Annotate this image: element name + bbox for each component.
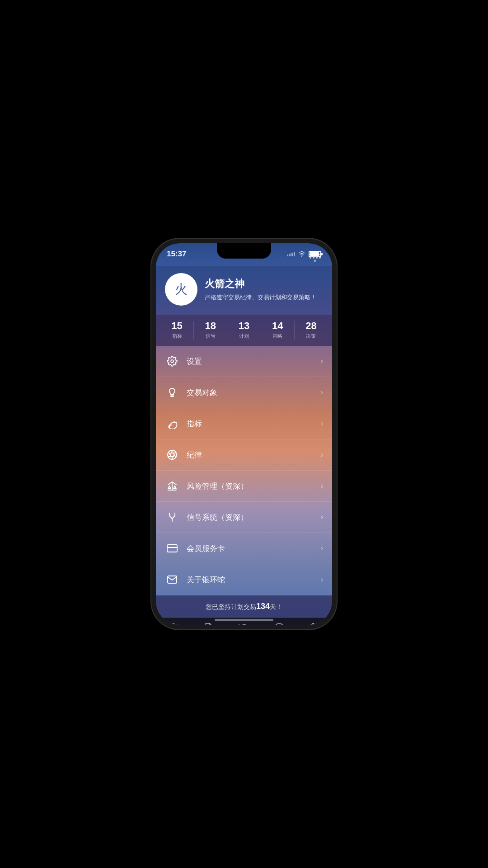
menu-icon-settings	[165, 354, 179, 368]
stat-item-决策: 28 决策	[295, 321, 328, 340]
tab-icon-decision	[274, 623, 285, 625]
menu-icon-trading-objects	[165, 385, 179, 400]
chevron-right-icon: ›	[321, 388, 323, 396]
persistence-banner: 您已坚持计划交易134天！	[156, 595, 332, 618]
profile-info: 火箭之神 严格遵守交易纪律、交易计划和交易策略！	[205, 277, 316, 302]
chevron-right-icon: ›	[321, 576, 323, 584]
stat-label: 信号	[206, 333, 216, 340]
phone-screen: 15:37	[156, 243, 332, 625]
status-time: 15:37	[167, 250, 186, 259]
stat-item-策略: 14 策略	[261, 321, 295, 340]
svg-point-14	[311, 624, 315, 625]
menu-item-signal-system[interactable]: 信号系统（资深） ›	[156, 502, 332, 533]
tab-icon-home	[168, 623, 179, 625]
menu-item-settings[interactable]: 设置 ›	[156, 346, 332, 377]
tab-item-home[interactable]: 主页	[156, 623, 191, 625]
menu-item-indicators[interactable]: 指标 ›	[156, 408, 332, 439]
profile-name: 火箭之神	[205, 277, 316, 291]
menu-label-signal-system: 信号系统（资深）	[187, 512, 321, 523]
svg-point-1	[171, 360, 174, 363]
home-indicator	[215, 619, 273, 621]
tab-icon-plan	[203, 623, 214, 625]
svg-point-12	[275, 623, 284, 625]
tab-item-strategy[interactable]: 策略	[226, 623, 262, 625]
menu-label-risk-management: 风险管理（资深）	[187, 481, 321, 491]
svg-point-0	[301, 256, 302, 256]
avatar-char: 火	[175, 281, 188, 298]
stat-item-指标: 15 指标	[160, 321, 194, 340]
menu-label-discipline: 纪律	[187, 450, 321, 460]
persistence-days: 134	[256, 602, 270, 611]
menu-icon-about	[165, 572, 179, 587]
menu-label-indicators: 指标	[187, 419, 321, 429]
stat-number: 28	[305, 321, 316, 331]
profile-description: 严格遵守交易纪律、交易计划和交易策略！	[205, 293, 316, 302]
stat-label: 决策	[306, 333, 316, 340]
stat-label: 策略	[272, 333, 282, 340]
menu-icon-indicators	[165, 416, 179, 431]
phone-frame: 15:37	[156, 243, 332, 625]
chevron-right-icon: ›	[321, 544, 323, 552]
stat-number: 14	[272, 321, 283, 331]
notch	[217, 243, 271, 259]
stats-bar: 15 指标 18 信号 13 计划 14 策略 28 决策	[156, 315, 332, 346]
avatar: 火	[165, 273, 197, 306]
stat-number: 13	[239, 321, 249, 331]
menu-label-about: 关于银环蛇	[187, 575, 321, 585]
stat-item-计划: 13 计划	[227, 321, 261, 340]
chevron-right-icon: ›	[321, 420, 323, 428]
menu-item-trading-objects[interactable]: 交易对象 ›	[156, 377, 332, 408]
persistence-suffix: 天！	[270, 603, 282, 610]
tab-icon-mine	[309, 623, 320, 625]
chevron-right-icon: ›	[321, 357, 323, 365]
signal-icon	[287, 252, 295, 256]
menu-label-settings: 设置	[187, 356, 321, 367]
menu-label-membership: 会员服务卡	[187, 543, 321, 554]
menu-icon-signal-system	[165, 510, 179, 524]
stat-number: 18	[205, 321, 216, 331]
stat-label: 指标	[172, 333, 182, 340]
grid-dots-button[interactable]	[307, 250, 323, 266]
stat-label: 计划	[239, 333, 249, 340]
menu-item-membership[interactable]: 会员服务卡 ›	[156, 533, 332, 564]
tab-item-plan[interactable]: 计划	[191, 623, 226, 625]
chevron-right-icon: ›	[321, 513, 323, 521]
tab-item-mine[interactable]: 我的	[297, 623, 332, 625]
menu-label-trading-objects: 交易对象	[187, 387, 321, 398]
menu-icon-risk-management	[165, 479, 179, 493]
menu-icon-membership	[165, 541, 179, 556]
profile-header: 火 火箭之神 严格遵守交易纪律、交易计划和交易策略！	[156, 266, 332, 315]
menu-item-discipline[interactable]: 纪律 ›	[156, 439, 332, 471]
tab-item-decision[interactable]: 决策	[262, 623, 297, 625]
chevron-right-icon: ›	[321, 451, 323, 459]
menu-item-about[interactable]: 关于银环蛇 ›	[156, 564, 332, 595]
menu-icon-discipline	[165, 448, 179, 462]
wifi-icon	[298, 251, 306, 257]
menu-list: 设置 › 交易对象 › 指标 › 纪律 › 风险管理（资深） › 信号系统（资深…	[156, 346, 332, 595]
tab-icon-strategy	[239, 623, 249, 625]
stat-number: 15	[171, 321, 182, 331]
screen-content: 15:37	[156, 243, 332, 625]
chevron-right-icon: ›	[321, 482, 323, 490]
stat-item-信号: 18 信号	[194, 321, 227, 340]
menu-item-risk-management[interactable]: 风险管理（资深） ›	[156, 471, 332, 502]
svg-rect-10	[167, 545, 177, 552]
persistence-prefix: 您已坚持计划交易	[206, 603, 256, 610]
